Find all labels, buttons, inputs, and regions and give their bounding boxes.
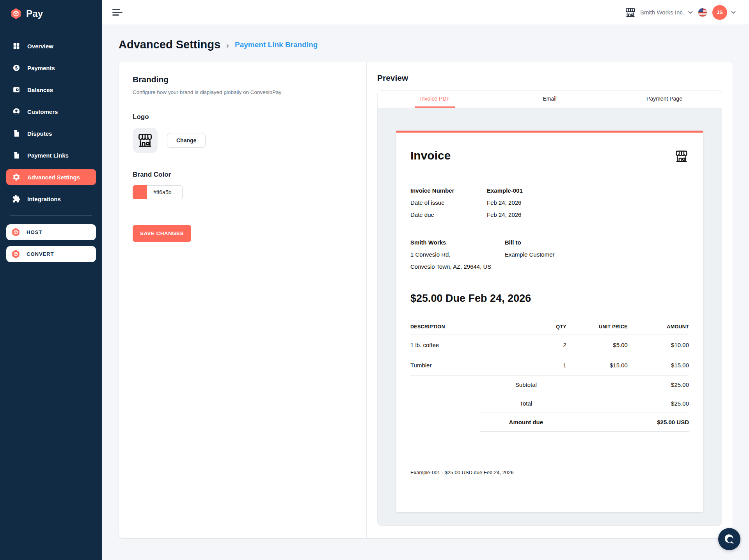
sidebar-item-payment-links[interactable]: Payment Links [6,147,96,163]
breadcrumb-page-link[interactable]: Payment Link Branding [235,41,318,49]
sidebar-item-label: Advanced Settings [27,174,80,181]
tab-email[interactable]: Email [492,91,607,108]
summary-value: $25.00 [572,400,689,407]
page-title: Advanced Settings [119,38,220,51]
sidebar-item-disputes[interactable]: Disputes [6,126,96,141]
app-logo: Pay [0,0,102,27]
brand-name: Pay [26,8,43,19]
sidebar-item-label: Disputes [27,130,52,137]
chat-support-button[interactable] [718,528,740,550]
account-menu[interactable]: JS [712,5,736,20]
chat-bubble-icon [723,533,736,546]
integrations-puzzle-icon [12,195,21,203]
save-changes-button[interactable]: SAVE CHANGES [133,225,191,242]
preview-title: Preview [377,73,722,83]
logo-preview [133,128,158,153]
bill-to-name: Example Customer [505,251,599,258]
meta-label: Date due [410,211,487,218]
branding-panel: Branding Configure how your brand is dis… [119,62,367,538]
brand-color-input[interactable] [147,185,183,199]
breadcrumb: Advanced Settings › Payment Link Brandin… [119,38,733,51]
amount-due-heading: $25.00 Due Feb 24, 2026 [410,292,689,305]
sidebar-item-label: Payments [27,65,55,71]
app-root: Pay Overview Payments Balances Customers… [0,0,749,560]
sidebar-item-integrations[interactable]: Integrations [6,191,96,207]
shortcut-label: CONVERT [27,251,54,257]
sidebar-item-label: Integrations [27,196,61,202]
convert-shortcut-button[interactable]: CONVERT [6,246,96,262]
tab-label: Payment Page [641,91,688,108]
main-column: Smith Works Inc. JS Advanced Settings › … [102,0,749,560]
shortcut-label: HOST [27,229,42,235]
us-flag-icon[interactable] [698,8,707,17]
menu-hamburger-icon[interactable] [111,7,124,18]
disputes-document-icon [12,129,21,138]
storefront-icon [674,149,689,164]
overview-grid-icon [12,42,21,50]
sidebar: Pay Overview Payments Balances Customers… [0,0,102,560]
page-content: Advanced Settings › Payment Link Brandin… [102,25,749,560]
date-of-issue-row: Date of issue Feb 24, 2026 [410,199,689,206]
bill-to-label: Bill to [505,239,599,246]
tab-payment-page[interactable]: Payment Page [607,91,722,108]
invoice-footer-note: Example-001 - $25.00 USD due Feb 24, 202… [410,460,689,475]
preview-panel: Preview Invoice PDF Email Payment Page [367,62,733,538]
breadcrumb-chevron-icon: › [226,41,229,50]
balances-wallet-icon [12,85,21,94]
tab-label: Invoice PDF [415,91,455,108]
meta-label: Date of issue [410,199,487,206]
brand-color-label: Brand Color [133,171,352,179]
total-row: Total $25.00 [410,394,689,413]
sidebar-item-balances[interactable]: Balances [6,82,96,97]
sidebar-item-payments[interactable]: Payments [6,60,96,76]
chevron-down-icon [731,11,736,14]
summary-value: $25.00 USD [572,419,689,425]
seller-address-line: 1 Convesio Rd. [410,251,505,258]
invoice-document: Invoice Invoice Number Example-001 [396,131,703,512]
cell-description: Tumbler [410,355,527,376]
column-header-amount: AMOUNT [628,322,689,335]
settings-card: Branding Configure how your brand is dis… [119,62,733,538]
sidebar-divider [10,215,92,216]
change-logo-button[interactable]: Change [167,133,206,148]
summary-label: Subtotal [480,381,572,388]
seller-info: Smith Works 1 Convesio Rd. Convesio Town… [410,239,505,270]
date-due-row: Date due Feb 24, 2026 [410,211,689,218]
brand-color-swatch[interactable] [133,185,147,199]
merchant-selector[interactable]: Smith Works Inc. [625,7,693,18]
meta-label: Invoice Number [410,187,487,194]
cell-qty: 1 [527,355,566,376]
cell-unit-price: $5.00 [566,335,628,355]
amount-due-row: Amount due $25.00 USD [410,413,689,432]
chevron-down-icon [688,11,693,14]
column-header-qty: QTY [527,322,566,335]
column-header-description: DESCRIPTION [410,322,527,335]
summary-value: $25.00 [572,381,689,388]
sidebar-item-label: Overview [27,43,53,50]
subtotal-row: Subtotal $25.00 [410,376,689,394]
payments-dollar-icon [12,64,21,72]
invoice-meta: Invoice Number Example-001 Date of issue… [410,187,689,218]
meta-value: Feb 24, 2026 [487,211,521,218]
meta-value: Feb 24, 2026 [487,199,521,206]
host-shortcut-button[interactable]: HOST [6,224,96,240]
cell-amount: $10.00 [628,335,689,355]
avatar: JS [712,5,727,20]
preview-body: Invoice Invoice Number Example-001 [378,108,722,525]
branding-subtitle: Configure how your brand is displayed gl… [133,89,352,95]
invoice-number-row: Invoice Number Example-001 [410,187,689,194]
sidebar-nav: Overview Payments Balances Customers Dis… [0,27,102,213]
cell-description: 1 lb. coffee [410,335,527,355]
seller-name: Smith Works [410,239,505,246]
sidebar-item-customers[interactable]: Customers [6,104,96,119]
summary-label: Amount due [480,419,572,425]
preview-tabs: Invoice PDF Email Payment Page [378,91,722,108]
sidebar-item-overview[interactable]: Overview [6,38,96,54]
sidebar-item-label: Customers [27,108,58,115]
tab-label: Email [537,91,562,108]
sidebar-item-advanced-settings[interactable]: Advanced Settings [6,169,96,185]
payment-links-document-icon [12,151,21,159]
seller-address-line: Convesio Town, AZ, 29644, US [410,263,505,270]
header-right: Smith Works Inc. JS [625,5,736,20]
tab-invoice-pdf[interactable]: Invoice PDF [378,91,492,108]
